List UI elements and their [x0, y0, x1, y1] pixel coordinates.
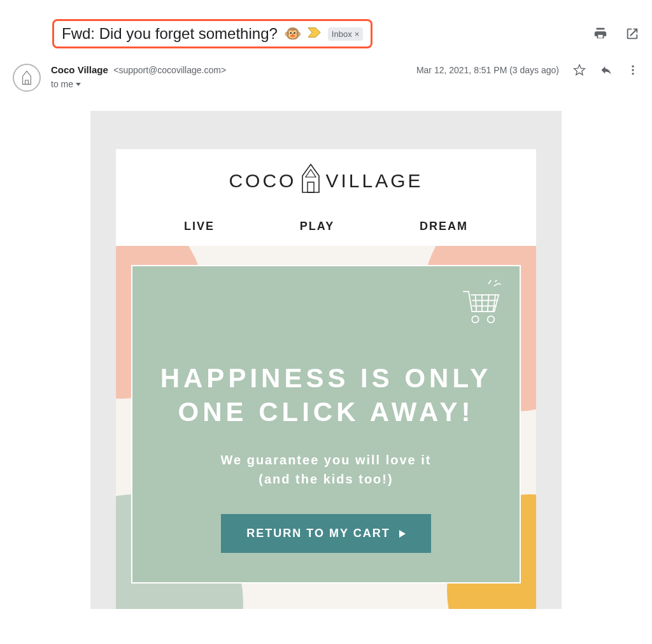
monkey-emoji: 🐵: [284, 25, 301, 42]
email-body-inner: COCO VILLAGE LIVE PLAY DREAM: [116, 149, 536, 609]
print-icon[interactable]: [593, 27, 607, 41]
nav-play[interactable]: PLAY: [300, 220, 334, 233]
reply-icon[interactable]: [600, 64, 613, 76]
hero-title-line1: HAPPINESS IS ONLY: [152, 362, 500, 396]
cart-icon: [460, 278, 504, 331]
svg-line-3: [476, 295, 477, 311]
more-menu-icon[interactable]: [627, 64, 639, 76]
sender-name: Coco Village: [51, 64, 108, 75]
hero-sub-line2: (and the kids too!): [152, 469, 500, 489]
svg-point-2: [632, 73, 634, 75]
svg-point-9: [472, 316, 479, 323]
expand-details-icon[interactable]: [76, 83, 81, 86]
hero-sub-line1: We guarantee you will love it: [152, 450, 500, 469]
logo-text-right: VILLAGE: [325, 170, 423, 192]
label-text: Inbox: [332, 29, 352, 39]
cta-label: RETURN TO MY CART: [246, 527, 390, 540]
hero-subtitle: We guarantee you will love it (and the k…: [152, 450, 500, 489]
chevron-right-icon: [399, 530, 406, 538]
importance-marker-icon[interactable]: [308, 27, 322, 41]
open-new-window-icon[interactable]: [625, 27, 639, 41]
sender-row: Coco Village <support@cocovillage.com> M…: [13, 64, 639, 92]
email-body-outer: COCO VILLAGE LIVE PLAY DREAM: [90, 111, 562, 609]
email-subject: Fwd: Did you forget something?: [62, 25, 278, 43]
svg-line-5: [488, 295, 489, 311]
return-to-cart-button[interactable]: RETURN TO MY CART: [221, 514, 430, 553]
inbox-label-chip[interactable]: Inbox ×: [328, 27, 363, 41]
subject-actions: [593, 27, 639, 41]
nav-row: LIVE PLAY DREAM: [116, 210, 536, 246]
sender-email: <support@cocovillage.com>: [113, 65, 226, 75]
hero-title: HAPPINESS IS ONLY ONE CLICK AWAY!: [152, 362, 500, 429]
nav-dream[interactable]: DREAM: [420, 220, 468, 233]
svg-point-1: [632, 69, 634, 71]
recipient-text: to me: [51, 79, 73, 89]
recipient-line[interactable]: to me: [51, 79, 639, 89]
house-icon: [300, 163, 322, 198]
hero-card: HAPPINESS IS ONLY ONE CLICK AWAY! We gua…: [131, 265, 521, 583]
subject-highlight-box: Fwd: Did you forget something? 🐵 Inbox ×: [52, 19, 372, 48]
hero-section: HAPPINESS IS ONLY ONE CLICK AWAY! We gua…: [116, 246, 536, 609]
nav-live[interactable]: LIVE: [184, 220, 215, 233]
remove-label-icon[interactable]: ×: [355, 30, 360, 38]
hero-title-line2: ONE CLICK AWAY!: [152, 396, 500, 429]
subject-row: Fwd: Did you forget something? 🐵 Inbox ×: [52, 19, 639, 48]
sender-avatar[interactable]: [13, 64, 41, 92]
svg-point-0: [632, 66, 634, 68]
svg-point-10: [488, 316, 495, 323]
email-date: Mar 12, 2021, 8:51 PM (3 days ago): [416, 65, 559, 75]
logo-text-left: COCO: [229, 170, 296, 192]
brand-logo[interactable]: COCO VILLAGE: [116, 149, 536, 210]
star-icon[interactable]: [573, 64, 586, 76]
